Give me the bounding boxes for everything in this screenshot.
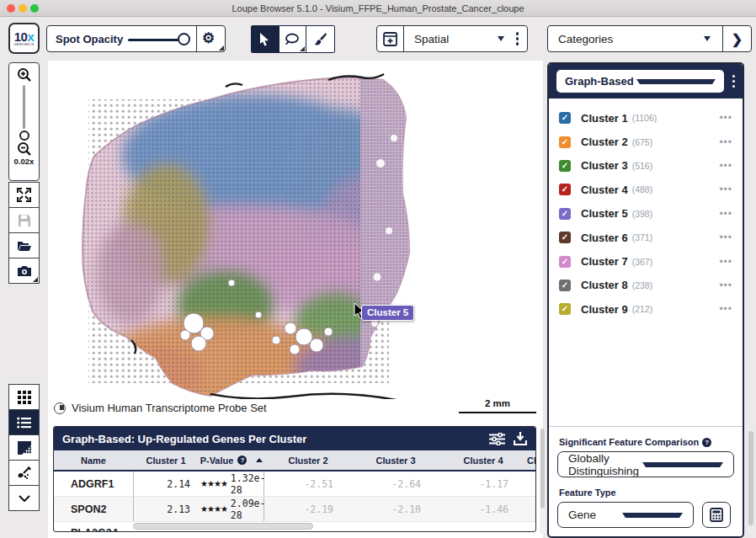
gene-row[interactable]: ADGRF1 2.14 ★★★★1.32e-28 -2.51 -2.64 -1.…	[54, 471, 535, 497]
gene-table-header: Graph-Based: Up-Regulated Genes Per Clus…	[54, 427, 535, 450]
pointer-icon	[258, 32, 271, 46]
cluster-menu-icon[interactable]: •••	[719, 160, 732, 172]
zoom-out-icon[interactable]	[17, 141, 32, 157]
cluster-menu-icon[interactable]: •••	[719, 232, 732, 243]
feature-type-value: Gene	[568, 509, 622, 521]
col-header-cluster3[interactable]: Cluster 3	[352, 455, 439, 466]
cluster2-value: -2.19	[264, 503, 352, 515]
view-mode-dropdown[interactable]: Spatial	[376, 25, 528, 52]
cluster-list-item[interactable]: ✓ Cluster 4 (488) •••	[549, 178, 743, 201]
cluster-label: Cluster 8	[581, 279, 628, 291]
minimize-window-button[interactable]	[19, 4, 27, 13]
table-vertical-scrollbar[interactable]	[540, 428, 546, 534]
cluster-checkbox[interactable]: ✓	[559, 280, 571, 291]
collapse-sidebar-button[interactable]	[8, 485, 40, 511]
cluster-list-item[interactable]: ✓ Cluster 9 (212) •••	[549, 297, 743, 321]
chevron-down-icon	[19, 495, 30, 502]
cluster-checkbox[interactable]: ✓	[559, 303, 571, 315]
save-button[interactable]	[8, 207, 40, 233]
zoom-in-icon[interactable]	[17, 67, 32, 83]
zoom-window-button[interactable]	[30, 4, 39, 13]
cluster-list-item[interactable]: ✓ Cluster 1 (1106) •••	[549, 106, 743, 130]
cluster-list-item[interactable]: ✓ Cluster 3 (516) •••	[549, 154, 743, 178]
zoom-slider-knob[interactable]	[19, 131, 29, 141]
spatial-view-icon	[377, 26, 404, 51]
cluster-menu-icon[interactable]: •••	[719, 184, 732, 195]
heatmap-icon	[18, 441, 31, 455]
cluster-checkbox[interactable]: ✓	[559, 208, 571, 220]
col-header-cluster4[interactable]: Cluster 4	[439, 455, 527, 466]
col-header-name[interactable]: Name	[54, 455, 133, 466]
cluster-list-item[interactable]: ✓ Cluster 7 (367) •••	[549, 249, 743, 273]
filter-sliders-icon[interactable]	[489, 433, 505, 445]
cluster-list-item[interactable]: ✓ Cluster 6 (371) •••	[549, 226, 743, 249]
zoom-slider-track[interactable]	[23, 85, 25, 129]
open-file-button[interactable]	[8, 232, 40, 258]
pvalue-help-icon[interactable]: ?	[237, 455, 247, 465]
col-header-cluster2[interactable]: Cluster 2	[264, 455, 352, 466]
reclustering-view-button[interactable]	[8, 434, 40, 461]
panel-vertical-scrollbar[interactable]	[748, 431, 753, 525]
cluster-count: (516)	[632, 161, 720, 171]
spot-opacity-slider-track[interactable]	[128, 39, 185, 41]
cluster-list-item[interactable]: ✓ Cluster 8 (238) •••	[549, 274, 743, 297]
gene-row[interactable]: SPON2 2.13 ★★★★2.09e-28 -2.19 -2.10 -1.4…	[54, 497, 535, 522]
cluster-checkbox[interactable]: ✓	[559, 160, 571, 172]
cluster-menu-icon[interactable]: •••	[719, 303, 732, 315]
panel-selector-value: Categories	[548, 33, 704, 45]
cluster-checkbox[interactable]: ✓	[559, 256, 571, 268]
cluster-list-item[interactable]: ✓ Cluster 5 (398) •••	[549, 202, 743, 226]
cluster-menu-icon[interactable]: •••	[719, 280, 732, 291]
pointer-tool-button[interactable]	[252, 26, 280, 52]
download-icon[interactable]	[514, 432, 527, 445]
cluster-label: Cluster 7	[581, 255, 628, 268]
sfc-dropdown[interactable]: Globally Distinguishing	[557, 451, 734, 477]
significance-stars: ★★★★	[200, 479, 227, 488]
probe-set-icon	[54, 402, 66, 414]
cluster-checkbox[interactable]: ✓	[559, 112, 571, 124]
gallery-view-button[interactable]	[8, 384, 40, 410]
cluster-menu-icon[interactable]: •••	[719, 112, 732, 124]
fit-to-window-button[interactable]	[8, 182, 40, 208]
screenshot-button[interactable]	[8, 258, 40, 284]
chevron-down-icon	[704, 36, 711, 41]
cluster-checkbox[interactable]: ✓	[559, 136, 571, 148]
view-mode-value: Spatial	[404, 33, 498, 45]
panel-options-kebab-icon[interactable]	[732, 75, 736, 88]
zoom-control-panel: 0.02x	[8, 62, 40, 181]
spot-settings-gear-icon[interactable]: ⚙	[202, 29, 215, 47]
horizontal-scrollbar[interactable]	[133, 523, 313, 530]
cluster-count: (238)	[632, 280, 720, 290]
tissue-image[interactable]	[51, 62, 543, 399]
cluster-label: Cluster 3	[581, 159, 628, 172]
feature-calculator-button[interactable]	[702, 502, 731, 528]
feature-plot-view-button[interactable]	[8, 460, 40, 486]
col-header-pvalue[interactable]: P-Value ?	[199, 455, 264, 466]
cluster-menu-icon[interactable]: •••	[719, 208, 732, 220]
upregulated-genes-table: Graph-Based: Up-Regulated Genes Per Clus…	[53, 426, 536, 532]
clustering-mode-dropdown[interactable]: Graph-Based	[556, 70, 724, 93]
help-icon[interactable]: ?	[702, 438, 711, 447]
cluster-list-item[interactable]: ✓ Cluster 2 (675) •••	[549, 130, 743, 153]
cluster-menu-icon[interactable]: •••	[719, 256, 732, 268]
cluster-count: (212)	[632, 304, 720, 314]
cluster-checkbox[interactable]: ✓	[559, 232, 571, 243]
panel-selector-dropdown[interactable]: Categories ❯	[547, 25, 752, 52]
brush-tool-button[interactable]	[306, 26, 334, 52]
view-options-kebab-icon[interactable]	[516, 32, 519, 45]
gene-name: ADGRF1	[54, 478, 133, 490]
close-window-button[interactable]	[7, 4, 15, 13]
feature-list-view-button[interactable]	[8, 409, 40, 435]
zoom-level-value: 0.02x	[14, 157, 35, 166]
cluster-checkbox[interactable]: ✓	[559, 184, 571, 195]
feature-type-dropdown[interactable]: Gene	[557, 502, 694, 528]
spot-opacity-slider-knob[interactable]	[178, 33, 190, 45]
lasso-tool-button[interactable]	[280, 26, 307, 52]
cluster-menu-icon[interactable]: •••	[719, 136, 732, 148]
collapse-panel-button[interactable]: ❯	[722, 26, 751, 51]
col-header-cluster1[interactable]: Cluster 1	[133, 455, 199, 466]
chevron-down-icon	[498, 36, 504, 41]
cluster-label: Cluster 2	[581, 136, 628, 148]
gene-name: SPON2	[54, 503, 133, 515]
col-header-cluster5[interactable]: Cluster 5	[527, 455, 535, 466]
